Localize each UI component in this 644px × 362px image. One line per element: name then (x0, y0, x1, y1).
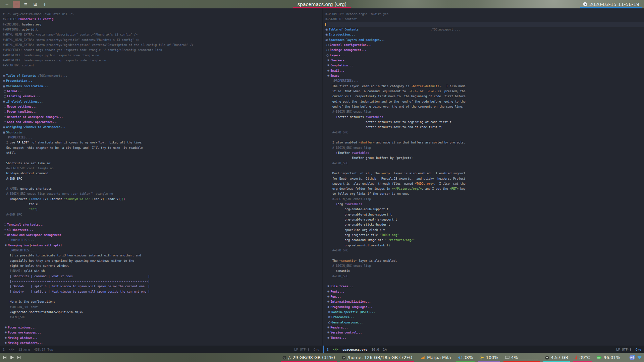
buffer-line[interactable]: ○ Layers... (325, 53, 644, 58)
buffer-line[interactable]: Most important of all, the ~org~ layer i… (325, 171, 644, 176)
buffer-line[interactable]: ◉ Table of Contents :TOC:noexport:... (3, 73, 322, 78)
buffer-line[interactable]: #+BEGIN_SRC emacs-lisp (325, 197, 644, 202)
buffer-line[interactable]: better-defaults-move-to-end-of-code-firs… (325, 125, 644, 130)
buffer-line[interactable]: org-return-follows-link t) (325, 243, 644, 248)
buffer-line[interactable]: #+BEGIN_SRC emacs-lisp (325, 145, 644, 150)
buffer-line[interactable]: ✸ Version control... (325, 330, 644, 335)
buffer-line[interactable]: ✸ Fonts... (325, 289, 644, 294)
buffer-line[interactable]: "\n") (3, 207, 322, 212)
status-cpu[interactable]: 4% ________ (503, 353, 540, 362)
buffer-line[interactable]: #+BEGIN_SRC conf :tangle no (3, 166, 322, 171)
buffer-line[interactable]: right or below the current window. (3, 263, 322, 268)
buffer-line[interactable]: :PROPERTIES:... (3, 248, 322, 253)
buffer-line[interactable]: #+PROPERTY: header-args :noweb yes :expo… (3, 48, 322, 53)
buffer-line[interactable]: org-projectile-file "TODOs.org" (325, 233, 644, 238)
buffer-line[interactable]: ✸ Internationalization... (325, 299, 644, 304)
buffer-line[interactable]: bindsym shortcut command (3, 171, 322, 176)
buffer-line[interactable]: ○ Gaps and window appearance... (3, 120, 322, 125)
workspace-layout-double-icon[interactable]: = (13, 1, 20, 8)
buffer-line[interactable]: ◉ Shortcuts (3, 130, 322, 135)
buffer-line[interactable]: |-----------+---------+-----------------… (3, 279, 322, 284)
buffer-line[interactable]: ○ Package management... (325, 48, 644, 53)
buffer-line[interactable]: for Epub exports, Github, Reveal.JS expo… (325, 176, 644, 181)
buffer-line[interactable]: #+BEGIN_SRC emacs-lisp :exports none :va… (3, 191, 322, 196)
buffer-line[interactable] (3, 320, 322, 325)
buffer-line[interactable]: (ibuffer :variables (325, 150, 644, 156)
buffer-line[interactable] (3, 156, 322, 161)
buffer-line[interactable]: It is possible to indicate to i3 how win… (3, 253, 322, 258)
buffer-line[interactable]: ✸ Completion... (325, 63, 644, 68)
buffer-line[interactable]: ○ Popup handling... (3, 109, 322, 114)
workspace-layout-grid-icon[interactable]: ⊞ (32, 1, 39, 8)
buffer-line[interactable]: #+PROPERTY: header-args:python :exports … (3, 53, 322, 58)
buffer-line[interactable]: ◉ Assigning windows to workspaces... (3, 125, 322, 130)
buffer-line[interactable]: ◉ Presentation... (3, 78, 322, 83)
buffer-line[interactable]: ○ i3 shortcuts... (3, 228, 322, 233)
buffer-line[interactable]: #+END_SRC (325, 274, 644, 279)
buffer-line[interactable] (3, 181, 322, 186)
buffer-line[interactable]: ✸ Emacs (325, 73, 644, 78)
buffer-line[interactable]: So, expect this chapter to be a bit long… (3, 145, 322, 150)
buffer-line[interactable]: spaceline-org-clock-p t (325, 228, 644, 233)
buffer-line[interactable]: #+OPTIONS: auto-id:t (3, 27, 322, 32)
buffer-line[interactable]: #+BEGIN_SRC emacs-lisp (325, 263, 644, 268)
buffer-line[interactable]: #+TITLE: Phundrak's i3 config (3, 17, 322, 22)
buffer-line[interactable]: :PROPERTIES:... (3, 135, 322, 140)
buffer-line[interactable] (325, 22, 644, 27)
buffer-line[interactable]: ✸ Themes... (325, 336, 644, 341)
buffer-line[interactable]: cursor will respectively first move to t… (325, 94, 644, 99)
buffer-line[interactable]: org-enable-github-support t (325, 212, 644, 217)
buffer-line[interactable]: ○ Floating windows... (3, 94, 322, 99)
workspace-layout-triple-icon[interactable]: ≡ (22, 1, 30, 8)
buffer-line[interactable]: to follow org links if the cursor is on … (325, 191, 644, 196)
buffer-line[interactable]: #+END_SRC (3, 176, 322, 181)
buffer-line[interactable]: ✸ Focus windows... (3, 325, 322, 330)
buffer-line[interactable]: ✸ Programming languages... (325, 305, 644, 310)
buffer-line[interactable] (325, 135, 644, 140)
buffer-line[interactable]: ✸ Readers... (325, 325, 644, 330)
status-disk-home[interactable]: /home: 126 GB/185 GB (72%) (340, 353, 414, 362)
buffer-line[interactable]: Here is the configuration: (3, 299, 322, 304)
network-tray-icon[interactable] (637, 355, 642, 360)
buffer-line[interactable]: #+STARTUP: content (3, 63, 322, 68)
buffer-line[interactable]: ✿ Frameworks... (325, 315, 644, 320)
buffer-line[interactable]: <<generate-shortcuts(table=split-win-sh)… (3, 310, 322, 315)
buffer-line[interactable]: end of the line before going over the en… (325, 104, 644, 109)
buffer-line[interactable]: org-enable-reveal-js-support t (325, 217, 644, 222)
buffer-line[interactable]: I use *A LOT* of shortcuts when it comes… (3, 140, 322, 145)
buffer-line[interactable]: ○ Window and workspace management (3, 233, 322, 238)
buffer-line[interactable]: #+HTML_HEAD_EXTRA: <meta name="descripti… (3, 32, 322, 37)
media-play-icon[interactable] (10, 355, 14, 360)
workspace-add-icon[interactable]: + (41, 1, 48, 8)
buffer-line[interactable]: ◉ Spacemacs layers and packages... (325, 38, 644, 43)
buffer-line[interactable]: ○ Behavior of workspace changes... (3, 115, 322, 120)
buffer-line[interactable]: org-download folder for images in =~/Pic… (325, 186, 644, 191)
buffer-line[interactable]: #+PROPERTY: header-args: :mkdirp yes (325, 12, 644, 17)
buffer-line[interactable]: org-download-image-dir "~/Pictures/org/" (325, 238, 644, 243)
buffer-line[interactable]: #+BEGIN_SRC conf (3, 305, 322, 310)
buffer-line[interactable]: (better-defaults :variables (325, 115, 644, 120)
buffer-line[interactable] (3, 294, 322, 299)
status-brightness[interactable]: 100% (478, 353, 500, 362)
buffer-line[interactable]: especially how they are organized by spa… (3, 258, 322, 263)
buffer-line[interactable]: still. (3, 150, 322, 156)
buffer-line[interactable] (3, 217, 322, 222)
buffer-line[interactable]: #+STARTUP: content (325, 17, 644, 22)
buffer-line[interactable]: #+END_SRC (325, 161, 644, 166)
buffer-line[interactable]: #+INCLUDE: headers.org (3, 22, 322, 27)
buffer-line[interactable] (325, 279, 644, 284)
status-wifi[interactable]: Marpa Mila (419, 353, 452, 362)
buffer-line[interactable]: | $mod+h | split h | Next window to spaw… (3, 284, 322, 289)
buffer-line[interactable]: The ~semantic~ layer is also enabled. (325, 258, 644, 263)
buffer-line[interactable]: ✸ Moving containers... (3, 341, 322, 346)
buffer-line[interactable]: :PROPERTIES:... (3, 238, 322, 243)
buffer-line[interactable]: table (3, 202, 322, 207)
buffer-line[interactable]: support is also enabled through files na… (325, 181, 644, 186)
buffer-i3-org[interactable]: # -*- org-confirm-babel-evaluate: nil -*… (0, 8, 322, 346)
buffer-line[interactable]: :PROPERTIES:... (325, 78, 644, 83)
buffer-line[interactable]: ✸ Moving windows... (3, 336, 322, 341)
buffer-line[interactable]: Shortcuts are set like so: (3, 161, 322, 166)
clock-widget[interactable]: 2020-03-15 11-56-19 (580, 0, 642, 8)
buffer-line[interactable]: #+NAME: generate-shortcuts (3, 186, 322, 191)
buffer-line[interactable]: ✸ Checkers... (325, 58, 644, 63)
